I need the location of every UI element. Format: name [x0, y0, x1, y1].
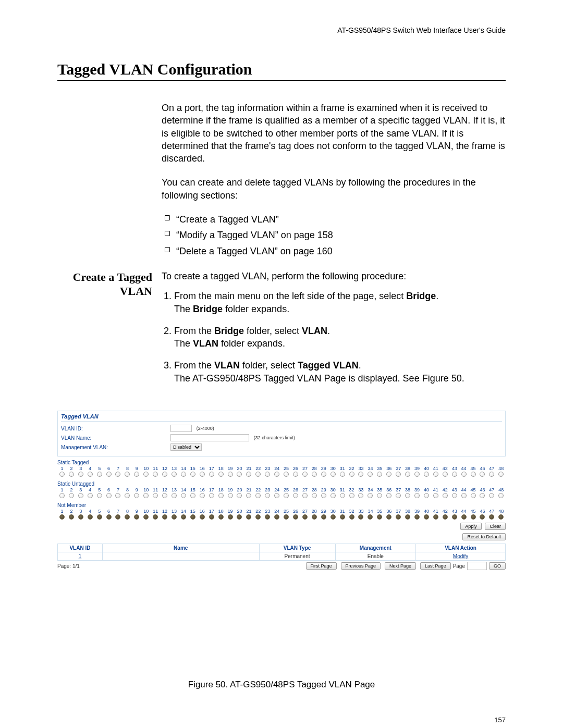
port-radio[interactable]: [368, 514, 373, 520]
port-radio[interactable]: [255, 493, 261, 498]
port-radio[interactable]: [480, 514, 485, 520]
port-radio[interactable]: [284, 472, 289, 477]
port-radio[interactable]: [340, 472, 345, 477]
port-radio[interactable]: [471, 493, 476, 498]
port-radio[interactable]: [321, 514, 326, 520]
port-radio[interactable]: [134, 472, 139, 477]
port-radio[interactable]: [386, 493, 391, 498]
port-radio[interactable]: [78, 493, 83, 498]
port-radio[interactable]: [461, 493, 467, 498]
port-radio[interactable]: [106, 514, 112, 520]
port-radio[interactable]: [452, 514, 457, 520]
mgmt-vlan-select[interactable]: Disabled: [170, 443, 202, 451]
port-radio[interactable]: [405, 472, 410, 477]
port-radio[interactable]: [153, 493, 158, 498]
port-radio[interactable]: [358, 472, 363, 477]
port-radio[interactable]: [172, 514, 177, 520]
port-radio[interactable]: [218, 514, 224, 520]
port-radio[interactable]: [143, 493, 149, 498]
port-radio[interactable]: [78, 472, 83, 477]
port-radio[interactable]: [386, 514, 391, 520]
port-radio[interactable]: [69, 493, 74, 498]
port-radio[interactable]: [237, 493, 242, 498]
port-radio[interactable]: [302, 472, 308, 477]
go-button[interactable]: GO: [489, 562, 506, 570]
port-radio[interactable]: [405, 514, 410, 520]
port-radio[interactable]: [88, 493, 93, 498]
port-radio[interactable]: [424, 493, 429, 498]
port-radio[interactable]: [255, 514, 261, 520]
port-radio[interactable]: [368, 493, 373, 498]
port-radio[interactable]: [471, 472, 476, 477]
port-radio[interactable]: [340, 514, 345, 520]
port-radio[interactable]: [433, 493, 438, 498]
port-radio[interactable]: [134, 514, 139, 520]
port-radio[interactable]: [181, 514, 186, 520]
previous-page-button[interactable]: Previous Page: [341, 562, 381, 570]
port-radio[interactable]: [172, 493, 177, 498]
vlan-id-input[interactable]: [170, 425, 192, 432]
port-radio[interactable]: [489, 514, 494, 520]
port-radio[interactable]: [321, 472, 326, 477]
port-radio[interactable]: [424, 514, 429, 520]
port-radio[interactable]: [414, 472, 420, 477]
port-radio[interactable]: [274, 493, 279, 498]
cell-vlan-id[interactable]: 1: [58, 552, 103, 561]
port-radio[interactable]: [200, 493, 205, 498]
port-radio[interactable]: [293, 514, 298, 520]
port-radio[interactable]: [452, 472, 457, 477]
port-radio[interactable]: [349, 514, 354, 520]
port-radio[interactable]: [284, 493, 289, 498]
port-radio[interactable]: [59, 493, 65, 498]
port-radio[interactable]: [340, 493, 345, 498]
port-radio[interactable]: [265, 514, 270, 520]
port-radio[interactable]: [200, 514, 205, 520]
port-radio[interactable]: [312, 472, 317, 477]
port-radio[interactable]: [386, 472, 391, 477]
port-radio[interactable]: [106, 472, 112, 477]
port-radio[interactable]: [461, 472, 467, 477]
port-radio[interactable]: [331, 493, 336, 498]
next-page-button[interactable]: Next Page: [385, 562, 416, 570]
port-radio[interactable]: [433, 514, 438, 520]
port-radio[interactable]: [377, 493, 382, 498]
port-radio[interactable]: [106, 493, 112, 498]
port-radio[interactable]: [153, 472, 158, 477]
port-radio[interactable]: [125, 514, 130, 520]
port-radio[interactable]: [162, 514, 167, 520]
port-radio[interactable]: [274, 472, 279, 477]
port-radio[interactable]: [443, 514, 448, 520]
port-radio[interactable]: [265, 472, 270, 477]
port-radio[interactable]: [228, 493, 233, 498]
port-radio[interactable]: [471, 514, 476, 520]
port-radio[interactable]: [218, 493, 224, 498]
port-radio[interactable]: [302, 493, 308, 498]
port-radio[interactable]: [218, 472, 224, 477]
port-radio[interactable]: [143, 472, 149, 477]
reset-default-button[interactable]: Reset to Default: [462, 533, 506, 540]
port-radio[interactable]: [349, 493, 354, 498]
port-radio[interactable]: [414, 514, 420, 520]
port-radio[interactable]: [134, 493, 139, 498]
port-radio[interactable]: [443, 493, 448, 498]
port-radio[interactable]: [498, 493, 504, 498]
port-radio[interactable]: [209, 493, 214, 498]
cell-action-modify[interactable]: Modify: [416, 552, 506, 561]
clear-button[interactable]: Clear: [485, 523, 506, 530]
port-radio[interactable]: [433, 472, 438, 477]
port-radio[interactable]: [368, 472, 373, 477]
port-radio[interactable]: [115, 514, 120, 520]
port-radio[interactable]: [461, 514, 467, 520]
port-radio[interactable]: [498, 514, 504, 520]
port-radio[interactable]: [312, 514, 317, 520]
port-radio[interactable]: [181, 472, 186, 477]
port-radio[interactable]: [69, 472, 74, 477]
port-radio[interactable]: [97, 493, 102, 498]
port-radio[interactable]: [190, 493, 195, 498]
port-radio[interactable]: [115, 472, 120, 477]
port-radio[interactable]: [88, 472, 93, 477]
port-radio[interactable]: [293, 493, 298, 498]
port-radio[interactable]: [377, 472, 382, 477]
first-page-button[interactable]: First Page: [306, 562, 337, 570]
port-radio[interactable]: [489, 493, 494, 498]
